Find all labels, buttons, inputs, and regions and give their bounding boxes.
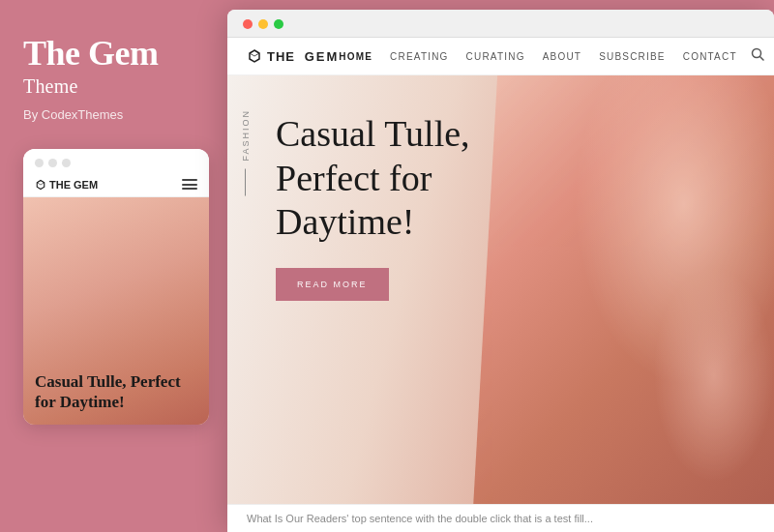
mobile-preview: THE GEM Casual Tulle, Perfect for Daytim… xyxy=(23,149,209,425)
search-icon[interactable] xyxy=(751,47,764,65)
left-panel: The Gem Theme By CodexThemes THE GEM xyxy=(0,0,227,532)
mobile-dot-2 xyxy=(48,159,57,167)
mobile-dot-1 xyxy=(35,159,44,167)
mobile-nav: THE GEM xyxy=(23,175,209,197)
hero-headline-line3: Daytime! xyxy=(276,201,415,242)
theme-subtitle: Theme xyxy=(23,75,204,98)
nav-creating[interactable]: CREATING xyxy=(390,51,449,62)
mobile-dot-3 xyxy=(62,159,71,167)
site-logo: THE GEM xyxy=(247,48,339,64)
hero-cta: READ MORE xyxy=(276,268,470,301)
mobile-gem-icon xyxy=(35,179,46,191)
mobile-menu-icon[interactable] xyxy=(182,179,197,190)
browser-dot-yellow[interactable] xyxy=(258,19,268,29)
nav-subscribe[interactable]: SUBSCRIBE xyxy=(599,51,666,62)
browser-chrome xyxy=(227,10,774,38)
mobile-logo: THE GEM xyxy=(35,179,98,191)
browser-content: THE GEM HOME CREATING CURATING ABOUT SUB… xyxy=(227,38,774,532)
mobile-chrome-dots xyxy=(23,149,209,175)
bottom-teaser: What Is Our Readers' top sentence with t… xyxy=(227,504,774,532)
hamburger-line-3 xyxy=(182,188,197,190)
hero-headline-line2: Perfect for xyxy=(276,158,432,198)
hamburger-line-1 xyxy=(182,179,197,181)
theme-title: The Gem xyxy=(23,35,204,74)
read-more-button[interactable]: READ MORE xyxy=(276,268,389,301)
svg-marker-3 xyxy=(250,50,259,56)
svg-line-5 xyxy=(759,57,763,61)
hero-text-area: Casual Tulle, Perfect for Daytime! READ … xyxy=(227,75,490,504)
nav-home[interactable]: HOME xyxy=(339,51,372,62)
browser-dot-red[interactable] xyxy=(243,19,253,29)
browser-dot-green[interactable] xyxy=(274,19,283,29)
mobile-logo-text: THE GEM xyxy=(49,179,98,191)
hero-person-image xyxy=(473,75,774,504)
hamburger-line-2 xyxy=(182,184,197,186)
hero-person-detail xyxy=(473,75,774,504)
nav-contact[interactable]: CONTACT xyxy=(683,51,737,62)
hero-section: FASHION Casual Tulle, Perfect for Daytim… xyxy=(227,75,774,504)
nav-about[interactable]: ABOUT xyxy=(543,51,581,62)
site-gem-icon xyxy=(247,48,262,64)
svg-marker-1 xyxy=(37,180,45,185)
nav-curating[interactable]: CURATING xyxy=(466,51,525,62)
nav-links: HOME CREATING CURATING ABOUT SUBSCRIBE C… xyxy=(339,51,736,62)
hero-headline-line1: Casual Tulle, xyxy=(276,113,470,154)
mobile-hero-section: Casual Tulle, Perfect for Daytime! xyxy=(23,197,209,425)
hero-headline: Casual Tulle, Perfect for Daytime! xyxy=(256,112,470,245)
site-navigation: THE GEM HOME CREATING CURATING ABOUT SUB… xyxy=(227,38,774,75)
theme-by: By CodexThemes xyxy=(23,107,204,122)
mobile-hero-headline: Casual Tulle, Perfect for Daytime! xyxy=(35,371,197,413)
browser-mockup: THE GEM HOME CREATING CURATING ABOUT SUB… xyxy=(227,10,774,532)
